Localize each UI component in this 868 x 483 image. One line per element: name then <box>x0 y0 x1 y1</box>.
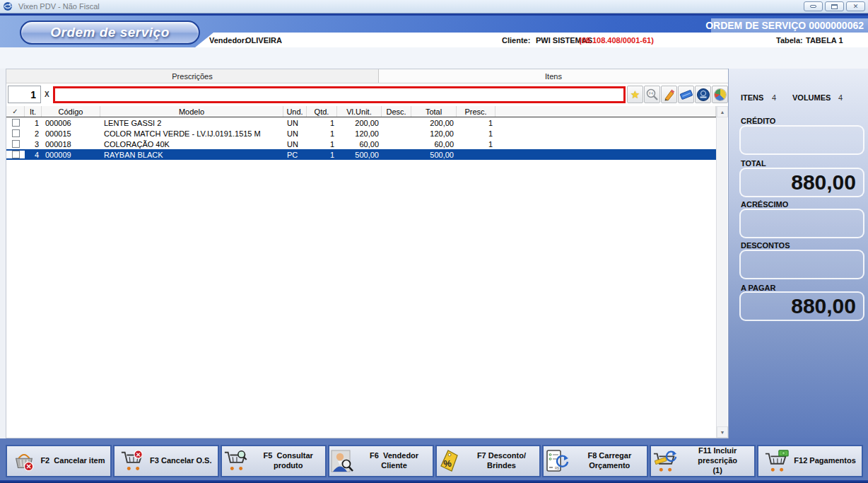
edit-button[interactable] <box>661 86 677 103</box>
cell-qtd: 1 <box>307 151 337 159</box>
pencil-icon <box>663 88 676 101</box>
cell-modelo: LENTE GASSI 2 <box>100 119 283 127</box>
fkey: F7 <box>477 451 486 460</box>
cell-und: UN <box>283 129 307 138</box>
itens-label: ITENS <box>741 93 763 102</box>
tab-bar: Prescrições Itens <box>6 69 728 83</box>
cell-total: 200,00 <box>411 119 457 127</box>
barcode-input[interactable] <box>53 86 626 103</box>
cell-total: 60,00 <box>411 140 457 149</box>
descontos-label: DESCONTOS <box>741 241 790 250</box>
itens-count: 4 <box>772 93 776 102</box>
cell-it: 2 <box>25 129 42 138</box>
item-toolbar: ★ F4 <box>627 86 728 103</box>
a-pagar-field: 880,00 <box>739 291 864 321</box>
tab-itens[interactable]: Itens <box>379 69 728 83</box>
f2-cancelar-item-button[interactable]: ✕ F2 Cancelar item <box>6 445 112 477</box>
app-icon <box>3 1 13 11</box>
quantity-input[interactable] <box>8 86 41 103</box>
header-presc: Presc. <box>457 106 495 117</box>
items-panel: Prescrições Itens X ★ F4 <box>6 69 728 438</box>
header-desc: Desc. <box>382 106 411 117</box>
minimize-icon <box>810 5 816 8</box>
f6-vendedor-cliente-button[interactable]: F6 Vendedor Cliente <box>328 445 434 477</box>
fkey: F12 <box>794 456 807 465</box>
header-total: Total <box>411 106 457 117</box>
discount-tag-icon: % <box>438 449 461 473</box>
vertical-scrollbar[interactable]: ▲ ▼ <box>716 106 727 438</box>
cliente-cnpj: (08.108.408/0001-61) <box>579 36 654 45</box>
credito-field <box>739 125 864 155</box>
cell-total: 500,00 <box>411 151 457 159</box>
f11-incluir-prescricao-button[interactable]: F11 Incluir prescrição (1) <box>650 445 756 477</box>
cell-und: PC <box>283 151 307 159</box>
left-margin <box>0 69 6 438</box>
maximize-icon <box>831 4 838 9</box>
order-number-badge: ORDEM DE SERVIÇO 0000000062 <box>711 18 868 33</box>
f12-pagamentos-button[interactable]: F12 Pagamentos <box>757 445 863 477</box>
table-row[interactable]: 3 000018 COLORAÇÃO 40K UN 1 60,00 60,00 … <box>6 139 716 149</box>
cell-vl-unit: 200,00 <box>337 119 382 127</box>
fkey: F8 <box>587 451 597 460</box>
cell-codigo: 000015 <box>42 129 100 138</box>
cell-it: 1 <box>25 119 42 127</box>
cell-vl-unit: 120,00 <box>337 129 382 138</box>
cell-it: 4 <box>25 151 42 159</box>
svg-text:R$: R$ <box>555 467 559 470</box>
acrescimo-label: ACRÉSCIMO <box>741 200 788 209</box>
tabela-label: Tabela: <box>776 36 803 45</box>
table-row[interactable]: 2 000015 COLOR MATCH VERDE - LV.IJ.0191.… <box>6 128 716 139</box>
close-button[interactable]: ✕ <box>846 1 865 11</box>
total-field: 880,00 <box>739 168 864 197</box>
table-header: ✓ It. Código Modelo Und. Qtd. Vl.Unit. D… <box>6 106 716 117</box>
table-row-selected[interactable]: 4 000009 RAYBAN BLACK PC 1 500,00 500,00 <box>6 149 716 160</box>
descontos-field <box>739 250 864 279</box>
cell-codigo: 000006 <box>42 119 100 127</box>
row-checkbox[interactable] <box>12 129 20 137</box>
volumes-label: VOLUMES <box>792 93 831 102</box>
minimize-button[interactable] <box>804 1 823 11</box>
cell-qtd: 1 <box>307 129 337 138</box>
seal-button[interactable] <box>695 86 711 103</box>
cell-vl-unit: 500,00 <box>337 151 382 159</box>
fkey: F3 <box>150 456 159 465</box>
items-table: ✓ It. Código Modelo Und. Qtd. Vl.Unit. D… <box>6 106 716 160</box>
table-row[interactable]: 1 000006 LENTE GASSI 2 UN 1 200,00 200,0… <box>6 117 716 128</box>
fkey: F6 <box>370 451 379 460</box>
f7-desconto-brindes-button[interactable]: % F7 Desconto/ Brindes <box>435 445 541 477</box>
magnifier-f4-icon: F4 <box>645 88 659 101</box>
header-vl-unit: Vl.Unit. <box>337 106 382 117</box>
chart-button[interactable] <box>712 86 728 103</box>
row-checkbox[interactable] <box>12 140 20 148</box>
cell-qtd: 1 <box>307 119 337 127</box>
cell-modelo: COLOR MATCH VERDE - LV.IJ.0191.1515 M <box>100 129 283 138</box>
cart-cancel-icon: ✕ <box>120 449 146 473</box>
cell-total: 120,00 <box>411 129 457 138</box>
item-entry-row: X ★ F4 <box>6 83 728 106</box>
search-f4-button[interactable]: F4 <box>644 86 660 103</box>
cell-und: UN <box>283 140 307 149</box>
scroll-down-arrow[interactable]: ▼ <box>717 426 728 438</box>
cell-codigo: 000018 <box>42 140 100 149</box>
f5-consultar-produto-button[interactable]: F5 Consultar produto <box>221 445 327 477</box>
header-modelo: Modelo <box>100 106 283 117</box>
order-meta-row: Vendedor: OLIVEIRA Cliente: PWI SISTEMAS… <box>0 36 868 47</box>
volumes-count: 4 <box>838 93 843 102</box>
f8-carregar-orcamento-button[interactable]: R$ F8 Carregar Orçamento <box>542 445 648 477</box>
tab-prescricoes[interactable]: Prescrições <box>6 69 379 83</box>
ticket-icon <box>679 88 693 101</box>
bottom-edge <box>0 480 868 483</box>
favorites-button[interactable]: ★ <box>627 86 643 103</box>
svg-text:✕: ✕ <box>136 451 141 458</box>
voucher-button[interactable] <box>678 86 694 103</box>
f3-cancelar-os-button[interactable]: ✕ F3 Cancelar O.S. <box>113 445 219 477</box>
maximize-button[interactable] <box>825 1 844 11</box>
row-checkbox[interactable] <box>12 119 20 127</box>
cell-modelo: RAYBAN BLACK <box>100 151 283 159</box>
row-checkbox[interactable] <box>12 151 20 158</box>
person-search-icon <box>331 450 353 472</box>
flabel: Cancelar O.S. <box>161 456 212 465</box>
svg-text:F4: F4 <box>649 91 653 95</box>
tabela-value: TABELA 1 <box>806 36 843 45</box>
scroll-up-arrow[interactable]: ▲ <box>717 106 728 117</box>
